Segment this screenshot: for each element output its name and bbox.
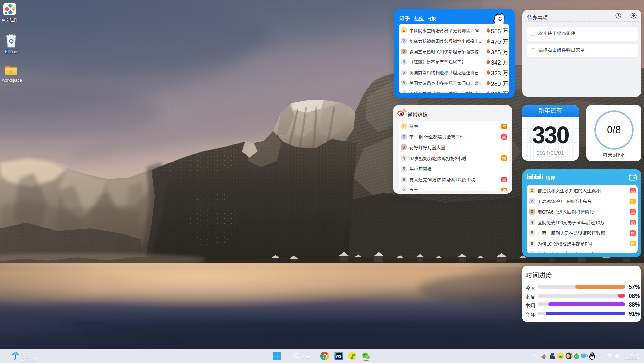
svg-text:WS: WS [336, 355, 341, 358]
